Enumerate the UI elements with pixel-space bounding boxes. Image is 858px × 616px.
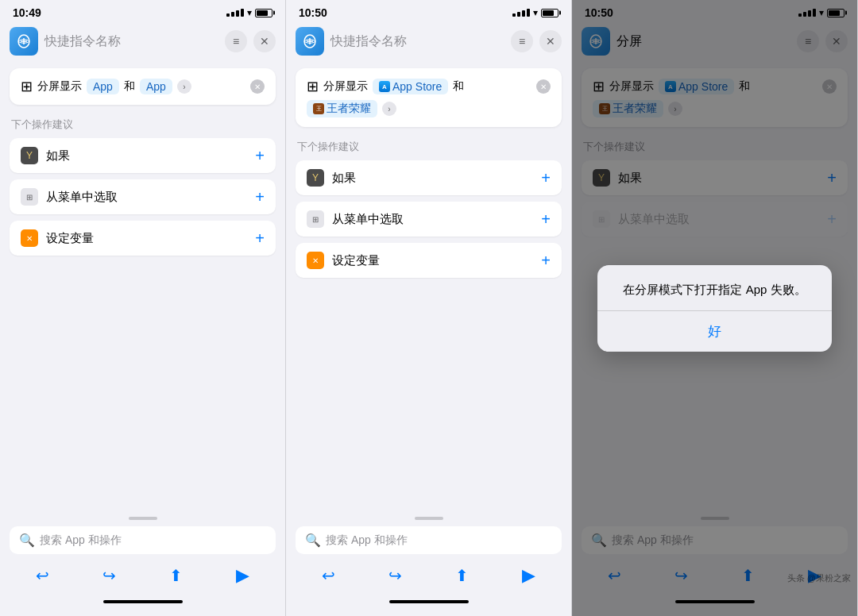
wangzhe-logo-2: 王 [313,103,324,114]
var-plus-1[interactable]: + [255,230,265,246]
close-button-1[interactable]: ✕ [253,30,276,52]
status-icons-1: ▾ [226,7,272,18]
dialog-message-3: 在分屏模式下打开指定 App 失败。 [610,281,818,298]
app2-pill-1[interactable]: App [140,79,172,94]
arrow-circle-1[interactable]: › [177,79,191,94]
suggestion-left-1: Y 如果 [21,147,70,164]
share-btn-2[interactable]: ⬆ [455,566,469,585]
menu-plus-1[interactable]: + [255,189,265,205]
signal-icon-2 [512,9,530,17]
search-icon-2: 🔍 [305,533,321,548]
card-close-2[interactable]: ✕ [536,79,551,94]
split-screen-icon-2: ⊞ [307,78,319,95]
arrow-circle-2[interactable]: › [382,102,396,116]
menu-label-2: 从菜单中选取 [332,212,404,227]
app2-pill-2[interactable]: 王 王者荣耀 [307,100,377,117]
search-bar-2[interactable]: 🔍 搜索 App 和操作 [296,526,562,554]
action-card-row-1: ⊞ 分屏显示 App 和 App › ✕ [21,78,265,95]
var-label-2: 设定变量 [332,253,380,268]
suggestion-if-1[interactable]: Y 如果 + [10,138,276,173]
action-card-and-1: 和 [124,79,135,94]
status-icons-2: ▾ [512,7,558,18]
suggestion-left-var-2: ✕ 设定变量 [307,252,380,269]
toolbar-2: ↩ ↪ ⬆ ▶ [296,560,562,594]
undo-btn-1[interactable]: ↩ [36,566,49,585]
phone-panel-2: 10:50 ▾ 快捷指令名称 ≡ ✕ [286,0,572,616]
suggestion-if-2[interactable]: Y 如果 + [296,160,562,195]
app1-pill-2[interactable]: A App Store [373,79,448,94]
suggestion-label-2: 下个操作建议 [296,140,562,154]
undo-btn-2[interactable]: ↩ [322,566,335,585]
if-label-2: 如果 [332,171,356,186]
search-bar-1[interactable]: 🔍 搜索 App 和操作 [10,526,276,554]
suggestion-var-2[interactable]: ✕ 设定变量 + [296,243,562,278]
redo-btn-2[interactable]: ↪ [388,566,402,585]
battery-icon-2 [541,9,558,17]
menu-icon-1: ⊞ [21,188,38,206]
dialog-box-3: 在分屏模式下打开指定 App 失败。 好 [597,265,831,352]
var-label-1: 设定变量 [46,231,94,246]
home-indicator-2 [296,594,562,610]
home-indicator-1 [10,594,276,610]
suggestion-menu-1[interactable]: ⊞ 从菜单中选取 + [10,179,276,214]
shortcut-header-1: 快捷指令名称 ≡ ✕ [0,22,285,62]
action-card-and-2: 和 [453,79,464,94]
card-close-1[interactable]: ✕ [250,79,265,94]
wifi-icon-2: ▾ [533,7,538,18]
menu-plus-2[interactable]: + [541,211,551,227]
split-screen-icon-1: ⊞ [21,78,33,95]
wifi-icon-1: ▾ [247,7,252,18]
suggestion-left-menu-2: ⊞ 从菜单中选取 [307,210,404,228]
action-card-2[interactable]: ⊞ 分屏显示 A App Store 和 ✕ 王 王者荣耀 › [296,68,562,127]
app1-label-2: App Store [392,80,442,93]
close-button-2[interactable]: ✕ [539,30,562,52]
menu-label-1: 从菜单中选取 [46,190,118,205]
search-placeholder-1: 搜索 App 和操作 [40,533,122,548]
var-plus-2[interactable]: + [541,252,551,268]
suggestion-label-1: 下个操作建议 [10,117,276,132]
search-icon-1: 🔍 [19,533,35,548]
play-btn-1[interactable]: ▶ [236,565,249,586]
shortcut-content-1: ⊞ 分屏显示 App 和 App › ✕ 下个操作建议 Y 如果 + [0,62,285,514]
search-placeholder-2: 搜索 App 和操作 [326,533,408,548]
action-card-row-2: ⊞ 分屏显示 A App Store 和 ✕ [307,78,551,95]
action-card-row2-2: 王 王者荣耀 › [307,100,551,117]
phone-panel-1: 10:49 ▾ 快捷指令名称 ≡ ✕ [0,0,286,616]
if-label-1: 如果 [46,148,70,164]
app1-pill-1[interactable]: App [87,79,119,94]
bottom-area-1: 🔍 搜索 App 和操作 ↩ ↪ ⬆ ▶ [0,514,285,616]
dialog-confirm-3[interactable]: 好 [610,311,818,352]
suggestion-left-var-1: ✕ 设定变量 [21,229,94,247]
drag-handle-1 [129,517,157,520]
shortcut-app-icon-1 [10,27,38,56]
tune-button-1[interactable]: ≡ [225,30,247,52]
play-btn-2[interactable]: ▶ [522,565,535,586]
shortcut-content-2: ⊞ 分屏显示 A App Store 和 ✕ 王 王者荣耀 › 下个操作建议 Y [286,62,571,514]
watermark: 头条 @果粉之家 [787,572,851,584]
action-card-label-1: 分屏显示 [37,79,82,94]
app2-label-1: App [146,80,166,93]
tune-button-2[interactable]: ≡ [511,30,533,52]
status-time-2: 10:50 [299,6,327,19]
suggestion-menu-2[interactable]: ⊞ 从菜单中选取 + [296,202,562,237]
share-btn-1[interactable]: ⬆ [169,566,183,585]
action-card-1[interactable]: ⊞ 分屏显示 App 和 App › ✕ [10,68,276,105]
action-card-label-2: 分屏显示 [323,79,368,94]
battery-icon-1 [255,9,272,17]
app1-label-1: App [93,80,113,93]
suggestion-left-menu-1: ⊞ 从菜单中选取 [21,188,118,206]
status-time-1: 10:49 [13,6,41,19]
if-plus-2[interactable]: + [541,170,551,186]
redo-btn-1[interactable]: ↪ [102,566,116,585]
if-plus-1[interactable]: + [255,148,265,164]
shortcut-name-2: 快捷指令名称 [330,33,504,50]
suggestion-left-if-2: Y 如果 [307,169,356,187]
shortcut-app-icon-2 [296,27,324,56]
if-icon-1: Y [21,147,38,164]
appstore-logo-2: A [379,81,390,92]
status-bar-1: 10:49 ▾ [0,0,285,22]
drag-handle-2 [415,517,443,520]
menu-icon-2: ⊞ [307,210,324,228]
suggestion-var-1[interactable]: ✕ 设定变量 + [10,221,276,256]
dialog-overlay-3: 在分屏模式下打开指定 App 失败。 好 [572,0,857,616]
